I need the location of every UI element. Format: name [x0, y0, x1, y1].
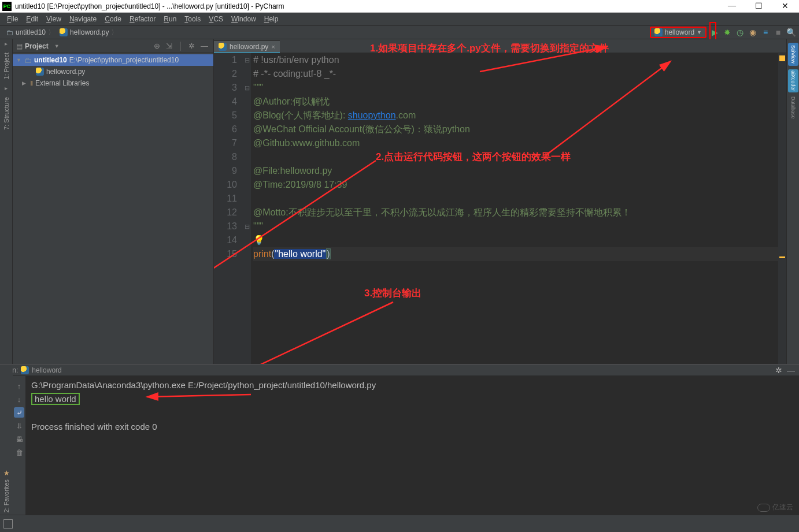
tree-extlib-label: External Libraries — [35, 79, 89, 87]
tree-root[interactable]: ▼ 🗀 untitled10 E:\Project\python_project… — [13, 54, 213, 66]
libraries-icon: ⫴ — [30, 79, 33, 87]
collapse-all-icon[interactable]: │ — [176, 42, 184, 50]
soft-wrap-icon[interactable]: ⤶ — [14, 407, 24, 418]
editor-tab-bar: helloword.py × — [214, 39, 786, 53]
menu-view[interactable]: View — [43, 14, 65, 24]
tree-external-libraries[interactable]: ▶ ⫴ External Libraries — [13, 77, 213, 89]
warning-indicator[interactable] — [779, 55, 785, 61]
scroll-end-icon[interactable]: ⥥ — [14, 421, 24, 431]
print-icon[interactable]: 🖶 — [14, 434, 24, 444]
editor-tab[interactable]: helloword.py × — [214, 40, 280, 53]
tool-window-toggle[interactable] — [3, 519, 13, 529]
console-exit: Process finished with exit code 0 — [31, 420, 793, 434]
console-output[interactable]: G:\ProgramData\Anaconda3\python.exe E:/P… — [25, 376, 799, 515]
run-config-label: helloword — [665, 28, 694, 36]
run-configuration-selector[interactable]: helloword ▼ — [650, 27, 706, 38]
navigation-bar: 🗀 untitled10 〉 helloword.py 〉 helloword … — [0, 25, 799, 39]
hide-icon[interactable]: — — [199, 42, 210, 50]
svg-line-4 — [147, 395, 251, 397]
python-file-icon — [219, 43, 227, 51]
breadcrumb-file-label: helloword.py — [70, 28, 109, 36]
clear-icon[interactable]: 🗑 — [14, 447, 24, 457]
tree-file[interactable]: helloword.py — [13, 66, 213, 77]
minimize-button[interactable]: — — [724, 1, 740, 11]
collapse-icon[interactable]: ▸ — [5, 85, 8, 91]
project-panel-title: Project — [25, 42, 49, 50]
close-tab-icon[interactable]: × — [271, 43, 275, 50]
menu-file[interactable]: File — [3, 14, 21, 24]
project-tool-button[interactable]: 1: Project — [3, 50, 10, 81]
coverage-button[interactable]: ◷ — [735, 28, 745, 37]
menu-window[interactable]: Window — [228, 14, 260, 24]
menu-run[interactable]: Run — [160, 14, 180, 24]
python-file-icon — [654, 28, 663, 36]
close-button[interactable]: ✕ — [777, 1, 793, 11]
settings-icon[interactable]: ✲ — [187, 42, 197, 50]
folder-icon: 🗀 — [24, 56, 32, 65]
collapse-icon[interactable]: ▸ — [5, 40, 8, 47]
menu-vcs[interactable]: VCS — [205, 14, 227, 24]
menu-help[interactable]: Help — [261, 14, 282, 24]
menu-tools[interactable]: Tools — [181, 14, 204, 24]
expand-icon[interactable]: ⇲ — [164, 42, 174, 50]
python-file-icon — [21, 366, 29, 374]
favorites-tool-button[interactable]: 2: Favorites — [3, 479, 10, 512]
status-bar — [0, 515, 799, 532]
tree-root-path: E:\Project\python_project\untitled10 — [69, 56, 179, 64]
run-header: Run: helloword ✲ — — [0, 364, 799, 376]
breadcrumb-root-label: untitled10 — [16, 28, 46, 36]
folder-icon: 🗀 — [6, 28, 13, 37]
run-toolbar-secondary: ↑ ↓ ⤶ ⥥ 🖶 🗑 — [13, 376, 25, 515]
locate-icon[interactable]: ⊕ — [152, 42, 162, 50]
tree-file-name: helloword.py — [46, 68, 85, 76]
stop-button[interactable]: ■ — [774, 28, 783, 37]
profile-button[interactable]: ◉ — [748, 28, 757, 37]
watermark-text: 亿速云 — [772, 503, 793, 512]
run-tool-window: Run: helloword ✲ — ▶ ■ ⏸ ⏏ ✕ ? ↑ ↓ ⤶ ⥥ 🖶… — [0, 364, 799, 515]
menu-edit[interactable]: Edit — [23, 14, 42, 24]
pycharm-icon: PC — [2, 2, 12, 11]
editor-tab-label: helloword.py — [230, 43, 268, 51]
run-header-config: helloword — [32, 366, 61, 374]
breadcrumb-root[interactable]: 🗀 untitled10 〉 — [3, 28, 57, 38]
sciview-tool-button[interactable]: SciView — [788, 43, 798, 66]
chevron-down-icon[interactable]: ▼ — [54, 43, 60, 49]
python-file-icon — [60, 28, 68, 36]
menu-bar: FileEditViewNavigateCodeRefactorRunTools… — [0, 13, 799, 25]
down-icon[interactable]: ↓ — [14, 394, 24, 404]
menu-refactor[interactable]: Refactor — [126, 14, 159, 24]
minimize-panel-icon[interactable]: — — [786, 366, 796, 375]
star-icon: ★ — [3, 469, 10, 477]
structure-tool-button[interactable]: 7: Structure — [3, 95, 10, 132]
maximize-button[interactable]: ☐ — [750, 1, 767, 11]
menu-navigate[interactable]: Navigate — [66, 14, 100, 24]
watermark-logo — [757, 504, 770, 512]
console-stdout: hello world — [31, 393, 80, 405]
up-icon[interactable]: ↑ — [14, 381, 24, 391]
left-bottom-rail: 2: Favorites ★ — [0, 364, 13, 515]
title-bar: PC untitled10 [E:\Project\python_project… — [0, 0, 799, 13]
window-title: untitled10 [E:\Project\python_project\un… — [15, 2, 724, 10]
aixcoder-tool-button[interactable]: aiXcoder — [788, 69, 798, 92]
search-everywhere-button[interactable]: 🔍 — [786, 28, 796, 37]
line-warning-marker[interactable] — [779, 256, 785, 258]
menu-code[interactable]: Code — [101, 14, 125, 24]
breadcrumb-file[interactable]: helloword.py 〉 — [57, 28, 120, 38]
watermark: 亿速云 — [757, 503, 793, 512]
debug-button[interactable]: ✸ — [723, 28, 732, 37]
settings-icon[interactable]: ✲ — [774, 366, 783, 375]
chevron-down-icon: ▼ — [697, 29, 702, 35]
tree-root-name: untitled10 — [34, 56, 67, 64]
annotation-arrow — [141, 389, 257, 406]
database-tool-button[interactable]: Database — [788, 96, 798, 119]
concurrency-button[interactable]: ≡ — [761, 28, 770, 37]
python-file-icon — [36, 68, 44, 76]
project-panel-header: ▤ Project ▼ ⊕ ⇲ │ ✲ — — [13, 39, 213, 53]
